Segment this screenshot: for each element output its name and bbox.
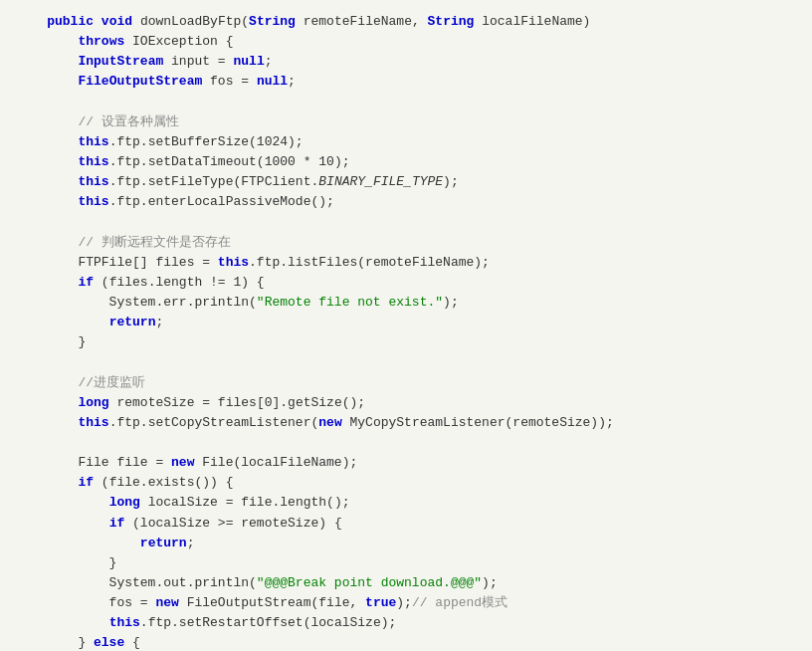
code-content: public void downLoadByFtp(String remoteF… — [0, 8, 812, 651]
code-viewer: public void downLoadByFtp(String remoteF… — [0, 0, 812, 651]
